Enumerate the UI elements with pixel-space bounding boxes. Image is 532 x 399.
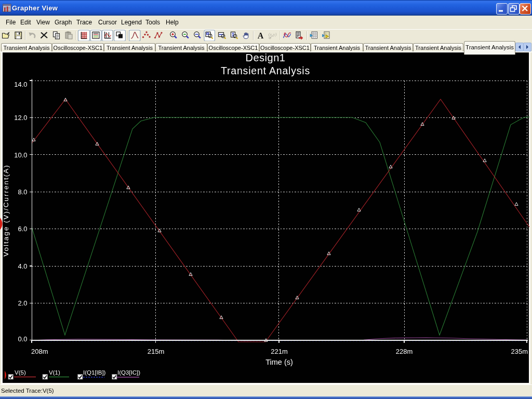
svg-text:12.0: 12.0 [14,114,27,122]
svg-text:V(5): V(5) [15,369,26,376]
svg-text:A: A [258,31,264,40]
svg-text:2.0: 2.0 [18,299,27,307]
svg-text:6.0: 6.0 [18,225,27,233]
svg-text:10.0: 10.0 [14,151,27,159]
svg-text:Design1: Design1 [246,52,286,63]
svg-text:I(Q1[IB]): I(Q1[IB]) [83,369,106,376]
svg-text:8.0: 8.0 [18,188,27,196]
svg-text:14.0: 14.0 [14,81,27,88]
svg-text:0.0: 0.0 [18,335,27,343]
svg-text:228m: 228m [396,348,413,355]
svg-text:Voltage (V)/Current(A): Voltage (V)/Current(A) [2,164,10,257]
svg-text:Transient Analysis: Transient Analysis [221,65,310,76]
svg-text:Time (s): Time (s) [265,358,293,366]
svg-text:215m: 215m [148,348,165,355]
svg-text:I(Q3[IC]): I(Q3[IC]) [117,369,140,376]
svg-text:208m: 208m [31,348,48,355]
svg-text:V(1): V(1) [49,369,60,376]
svg-text:221m: 221m [271,348,288,355]
svg-text:4.0: 4.0 [18,262,27,270]
svg-text:235m: 235m [511,348,528,355]
